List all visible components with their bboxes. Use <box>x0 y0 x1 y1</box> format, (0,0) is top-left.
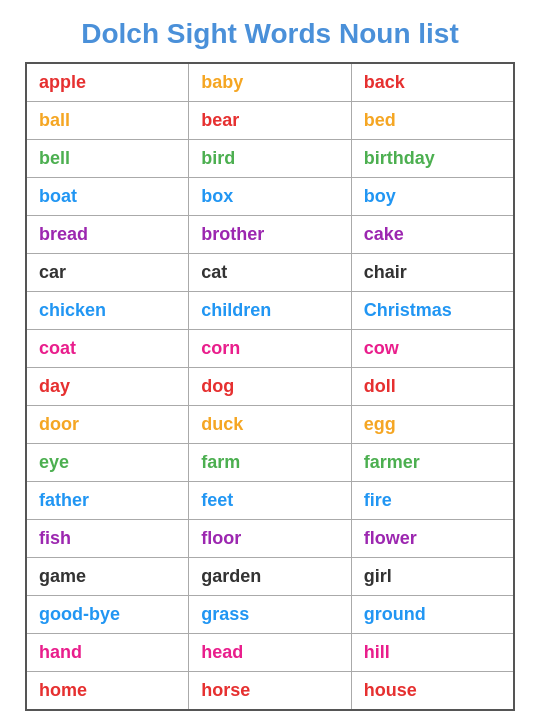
table-row: homehorsehouse <box>26 672 514 711</box>
word-cell: flower <box>351 520 514 558</box>
word-cell: head <box>189 634 352 672</box>
word-cell: girl <box>351 558 514 596</box>
word-cell: doll <box>351 368 514 406</box>
word-cell: bear <box>189 102 352 140</box>
word-cell: corn <box>189 330 352 368</box>
word-cell: boat <box>26 178 189 216</box>
word-cell: grass <box>189 596 352 634</box>
word-cell: bed <box>351 102 514 140</box>
word-cell: car <box>26 254 189 292</box>
word-cell: good-bye <box>26 596 189 634</box>
table-row: carcatchair <box>26 254 514 292</box>
table-row: good-byegrassground <box>26 596 514 634</box>
word-cell: door <box>26 406 189 444</box>
word-cell: farm <box>189 444 352 482</box>
table-row: handheadhill <box>26 634 514 672</box>
word-cell: game <box>26 558 189 596</box>
word-cell: cat <box>189 254 352 292</box>
table-row: fatherfeetfire <box>26 482 514 520</box>
word-cell: fire <box>351 482 514 520</box>
word-cell: farmer <box>351 444 514 482</box>
word-cell: bread <box>26 216 189 254</box>
table-row: fishfloorflower <box>26 520 514 558</box>
word-cell: floor <box>189 520 352 558</box>
word-cell: horse <box>189 672 352 711</box>
word-cell: day <box>26 368 189 406</box>
word-cell: box <box>189 178 352 216</box>
word-cell: father <box>26 482 189 520</box>
word-cell: back <box>351 63 514 102</box>
word-cell: apple <box>26 63 189 102</box>
word-cell: bird <box>189 140 352 178</box>
word-cell: house <box>351 672 514 711</box>
word-cell: chair <box>351 254 514 292</box>
word-cell: garden <box>189 558 352 596</box>
word-cell: eye <box>26 444 189 482</box>
word-cell: brother <box>189 216 352 254</box>
word-cell: chicken <box>26 292 189 330</box>
word-cell: hand <box>26 634 189 672</box>
word-cell: cow <box>351 330 514 368</box>
table-row: breadbrothercake <box>26 216 514 254</box>
table-row: eyefarmfarmer <box>26 444 514 482</box>
table-row: daydogdoll <box>26 368 514 406</box>
table-row: chickenchildrenChristmas <box>26 292 514 330</box>
word-cell: fish <box>26 520 189 558</box>
word-cell: children <box>189 292 352 330</box>
word-cell: cake <box>351 216 514 254</box>
table-row: bellbirdbirthday <box>26 140 514 178</box>
page-title: Dolch Sight Words Noun list <box>71 0 468 62</box>
word-cell: bell <box>26 140 189 178</box>
word-cell: baby <box>189 63 352 102</box>
word-cell: ground <box>351 596 514 634</box>
word-cell: feet <box>189 482 352 520</box>
word-cell: home <box>26 672 189 711</box>
table-row: doorduckegg <box>26 406 514 444</box>
word-cell: hill <box>351 634 514 672</box>
word-table: applebabybackballbearbedbellbirdbirthday… <box>25 62 515 711</box>
table-row: ballbearbed <box>26 102 514 140</box>
word-cell: Christmas <box>351 292 514 330</box>
word-cell: birthday <box>351 140 514 178</box>
table-row: coatcorncow <box>26 330 514 368</box>
table-row: boatboxboy <box>26 178 514 216</box>
word-cell: egg <box>351 406 514 444</box>
word-cell: dog <box>189 368 352 406</box>
table-row: gamegardengirl <box>26 558 514 596</box>
word-cell: coat <box>26 330 189 368</box>
table-row: applebabyback <box>26 63 514 102</box>
word-cell: duck <box>189 406 352 444</box>
word-cell: boy <box>351 178 514 216</box>
word-cell: ball <box>26 102 189 140</box>
